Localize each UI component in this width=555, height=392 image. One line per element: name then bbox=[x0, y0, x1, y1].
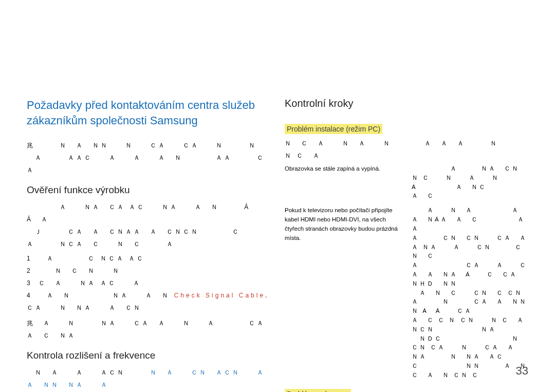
table-row: Obrazovka se stále zapíná a vypíná. Ａ ＮＡ… bbox=[285, 162, 528, 203]
table-row: Pokud k televizoru nebo počítači připojí… bbox=[285, 203, 528, 382]
step-number: 2 bbox=[27, 265, 35, 277]
problem-cell: Pokud k televizoru nebo počítači připojí… bbox=[285, 203, 406, 382]
problem-cell: Obrazovka se stále zapíná a vypíná. bbox=[285, 162, 406, 203]
main-heading-line2: zákazníkům společnosti Samsung bbox=[27, 114, 198, 127]
section2-line1: Ｎ Ａ Ａ ＡＣＮ Ｎ Ａ ＣＮ ＡＣＮ Ａ Ａ ＮＮ ＮＡ Ａ bbox=[27, 366, 270, 391]
main-heading: Požadavky před kontaktováním centra služ… bbox=[27, 98, 270, 128]
solution-cell: Ａ Ｎ Ａ Ａ Ａ ＮÁＡ Ａ Ｃ Ａ ＡＡ ＣＮ ＣＮ ＣＡ Ａ Ａ ＮＡ Ａ… bbox=[406, 203, 528, 382]
section1-text2: Ｊ ＣＡ Ａ ＣＮＡＡ Ａ ＣＮＣＮ Ｃ bbox=[27, 226, 270, 238]
right-column: Kontrolní kroky Problém instalace (režim… bbox=[285, 98, 528, 392]
subheading-install: Problém instalace (režim PC) bbox=[285, 124, 382, 134]
page-number: 33 bbox=[516, 364, 528, 378]
step-1: 1 Ａ Ｃ ＮＣＡ ＡＣ bbox=[27, 252, 270, 265]
main-heading-line1: Požadavky před kontaktováním centra služ… bbox=[27, 99, 255, 111]
step-3: 3 Ｃ Ａ ＮＡ ＡＣ Ａ bbox=[27, 277, 270, 289]
step-number: 4 bbox=[27, 289, 35, 302]
section1-text3: Ａ ＮＣＡ Ｃ Ｎ Ｃ Ａ bbox=[27, 238, 270, 250]
table-install: Obrazovka se stále zapíná a vypíná. Ａ ＮＡ… bbox=[285, 162, 528, 383]
left-column: Požadavky před kontaktováním centra služ… bbox=[27, 98, 270, 392]
step-4: 4 Ａ Ｎ ＮＡ Ａ Ｎ Check Signal Cable. ＣＡ Ｎ ＮＡ… bbox=[27, 289, 270, 314]
section1-text1: Ａ ＮＡ ＣＡ ＡＣ ＮＡ Ａ Ｎ Á Á Ａ bbox=[27, 201, 270, 226]
intro-text-2: Ａ ＡＡＣ Ａ Ａ Ａ Ｎ ＡＡ Ｃ Ａ bbox=[27, 152, 270, 176]
section2-heading: Kontrola rozlišení a frekvence bbox=[27, 350, 270, 361]
step-2: 2 Ｎ Ｃ Ｎ Ｎ bbox=[27, 265, 270, 277]
steps-list: 1 Ａ Ｃ ＮＣＡ ＡＣ 2 Ｎ Ｃ Ｎ Ｎ 3 Ｃ Ａ ＮＡ ＡＣ Ａ 4 Ａ… bbox=[27, 252, 270, 314]
row-header-garble: Ｎ Ｃ Ａ Ｎ Ａ Ｎ Ａ Ａ Ａ Ｎ Ｎ Ｃ Ａ bbox=[285, 137, 528, 162]
right-heading: Kontrolní kroky bbox=[285, 98, 528, 109]
step-number: 1 bbox=[27, 252, 35, 265]
step-number: 3 bbox=[27, 277, 35, 289]
subheading-display: Problém s obrazem bbox=[285, 389, 351, 392]
section1-text-end: 兆 Ａ Ｎ ＮＡ ＣＡ Ａ Ｎ Ａ ＣＡ Ａ Ｃ ＮＡ bbox=[27, 317, 270, 342]
check-signal-cable-text: Check Signal Cable bbox=[174, 292, 265, 299]
section1-heading: Ověření funkce výrobku bbox=[27, 184, 270, 196]
solution-cell: Ａ ＮＡ ＣＮ Ｎ Ｃ Ｎ Ａ Ｎ Á Ａ ＮＣＡ Ｃ bbox=[406, 162, 528, 203]
intro-text: 兆 Ｎ Ａ ＮＮ Ｎ ＣＡ ＣＡ Ｎ Ｎ bbox=[27, 139, 270, 152]
